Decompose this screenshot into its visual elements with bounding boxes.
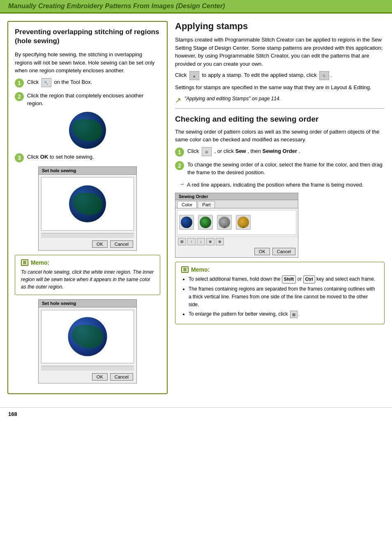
- dialog-1-cancel-button[interactable]: Cancel: [110, 240, 133, 248]
- stamp-edit-icon: ✎: [319, 71, 329, 80]
- memo-2-icon: [181, 266, 189, 273]
- sewing-dialog-tabs: Color Part: [175, 200, 298, 208]
- hole-sewing-section: Preventing overlapping stitching of regi…: [7, 21, 168, 394]
- dialog-2-footer: OK Cancel: [39, 372, 136, 383]
- applying-stamps-title: Applying stamps: [175, 21, 385, 32]
- sewing-tool-btn-1[interactable]: ⊞: [178, 238, 186, 245]
- sewing-tab-part[interactable]: Part: [198, 201, 215, 208]
- page-number: 168: [8, 411, 17, 417]
- applying-stamps-section: Applying stamps Stamps created with Prog…: [175, 21, 385, 105]
- dialog-2-title: Set hole sewing: [39, 300, 136, 307]
- arrow-step-text: A red line appears, indicating the posit…: [187, 181, 363, 189]
- dialog-globe-2: [68, 317, 107, 356]
- dialog-2-body: [41, 310, 134, 363]
- sewing-thumb-4: 4: [236, 215, 251, 230]
- stamp-apply-icon: ▲: [189, 71, 199, 80]
- ctrl-key: Ctrl: [303, 275, 315, 284]
- memo-box-2: Memo: To select additional frames, hold …: [175, 262, 385, 324]
- applying-stamps-intro: Stamps created with Programmable Stitch …: [175, 36, 385, 68]
- shift-key: Shift: [282, 275, 296, 284]
- step-2-number: 2: [15, 92, 24, 101]
- sewing-step-1: 1 Click ⊞ , or click Sew , then Sewing O…: [175, 147, 385, 157]
- sewing-dialog-footer: OK Cancel: [175, 247, 298, 257]
- zoom-icon: ⊞: [290, 311, 297, 318]
- sewing-thumb-num-4: 4: [242, 225, 244, 229]
- step-2: 2 Click the region that completely enclo…: [15, 92, 160, 108]
- ref-arrow-icon: ↗: [175, 96, 181, 105]
- checking-sewing-title: Checking and editing the sewing order: [175, 108, 385, 124]
- step-3-number: 3: [15, 153, 24, 162]
- dialog-set-hole-sewing-1: Set hole sewing OK Cancel: [38, 166, 137, 251]
- sewing-order-icon: ⊞: [202, 147, 212, 156]
- memo-2-bullet-3: To enlarge the pattern for better viewin…: [189, 310, 378, 318]
- page-footer: 168: [0, 407, 392, 420]
- dialog-2-scrollbar: [41, 366, 134, 371]
- checking-sewing-section: Checking and editing the sewing order Th…: [175, 108, 385, 325]
- dialog-1-scrollbar: [41, 233, 134, 238]
- click-text-1: Click: [175, 72, 187, 78]
- sewing-step-2-content: To change the sewing order of a color, s…: [187, 161, 385, 177]
- sewing-step-1-sew: Sew: [235, 148, 246, 154]
- globe-image-1: [69, 112, 106, 149]
- step-3-content: Click OK to set hole sewing.: [27, 153, 160, 161]
- step-1-number: 1: [15, 78, 24, 88]
- step-3-text-before: Click: [27, 154, 39, 160]
- dialog-2-ok-button[interactable]: OK: [92, 373, 108, 381]
- memo-1-text: To cancel hole sewing, click the white i…: [21, 268, 154, 291]
- sewing-cancel-button[interactable]: Cancel: [272, 248, 295, 255]
- dialog-set-hole-sewing-2: Set hole sewing OK Cancel: [38, 299, 137, 383]
- applying-stamps-click: Click ▲ to apply a stamp. To edit the ap…: [175, 71, 385, 80]
- ref-box: ↗ "Applying and editing Stamps" on page …: [175, 95, 385, 105]
- dialog-1-body: [41, 177, 134, 231]
- settings-stamps-text: Settings for stamps are specified in the…: [175, 83, 385, 92]
- dialog-globe-1: [69, 185, 106, 222]
- checking-sewing-intro: The sewing order of pattern colors as we…: [175, 128, 385, 144]
- sewing-tool-btn-5[interactable]: ⊗: [216, 238, 224, 245]
- ref-text: "Applying and editing Stamps" on page 11…: [184, 95, 281, 102]
- step-1: 1 Click 🔧 on the Tool Box.: [15, 78, 160, 88]
- hole-sewing-title: Preventing overlapping stitching of regi…: [15, 28, 160, 46]
- sewing-dialog-title: Sewing Order: [175, 193, 298, 200]
- memo-1-icon: [21, 259, 28, 266]
- dialog-1-footer: OK Cancel: [39, 239, 136, 250]
- right-column: Applying stamps Stamps created with Prog…: [175, 21, 385, 400]
- memo-2-title-text: Memo:: [191, 266, 210, 273]
- sewing-step-1-period: .: [299, 148, 300, 154]
- arrow-symbol: →: [179, 181, 184, 189]
- sewing-step-1-click: Click: [187, 148, 199, 154]
- memo-2-bullet-2: The frames containing regions are separa…: [189, 285, 378, 309]
- sewing-thumb-1: 1: [179, 215, 194, 230]
- sewing-tool-btn-2[interactable]: ↑: [187, 238, 196, 245]
- sewing-tool-btn-3[interactable]: ↓: [197, 238, 205, 245]
- sewing-thumb-num-1: 1: [186, 225, 187, 229]
- left-column: Preventing overlapping stitching of regi…: [7, 21, 168, 400]
- sewing-thumb-num-3: 3: [224, 225, 225, 229]
- sewing-thumb-2: 2: [198, 215, 213, 230]
- step-3: 3 Click OK to set hole sewing.: [15, 153, 160, 162]
- sewing-dialog-toolbar: ⊞ ↑ ↓ ⊕ ⊗: [175, 236, 298, 247]
- memo-2-bullet-1: To select additional frames, hold down t…: [189, 275, 378, 284]
- page-header: Manually Creating Embroidery Patterns Fr…: [0, 0, 392, 14]
- dialog-2-cancel-button[interactable]: Cancel: [110, 373, 133, 381]
- arrow-sub-step: → A red line appears, indicating the pos…: [179, 181, 385, 189]
- dialog-1-ok-button[interactable]: OK: [92, 240, 108, 248]
- step-2-content: Click the region that completely enclose…: [27, 92, 160, 108]
- dialog-1-title: Set hole sewing: [39, 167, 136, 175]
- sewing-step-1-content: Click ⊞ , or click Sew , then Sewing Ord…: [187, 147, 385, 156]
- memo-2-list: To select additional frames, hold down t…: [181, 275, 378, 318]
- sewing-thumb-num-2: 2: [205, 225, 206, 229]
- sewing-tab-color[interactable]: Color: [177, 201, 197, 208]
- sewing-dialog-body: 1 2 3 4: [177, 210, 296, 235]
- sewing-ok-button[interactable]: OK: [254, 248, 270, 255]
- step-1-text-before: Click: [27, 79, 39, 85]
- memo-1-title: Memo:: [21, 259, 154, 266]
- memo-box-1: Memo: To cancel hole sewing, click the w…: [15, 255, 160, 295]
- sewing-step-1-number: 1: [175, 148, 184, 157]
- sewing-step-2: 2 To change the sewing order of a color,…: [175, 161, 385, 177]
- step-3-bold: OK: [40, 154, 48, 160]
- toolbox-icon: 🔧: [42, 78, 51, 87]
- sewing-step-1-order: Sewing Order: [263, 148, 297, 154]
- sewing-tool-btn-4[interactable]: ⊕: [206, 238, 214, 245]
- memo-2-title: Memo:: [181, 266, 378, 273]
- memo-1-title-text: Memo:: [31, 259, 49, 266]
